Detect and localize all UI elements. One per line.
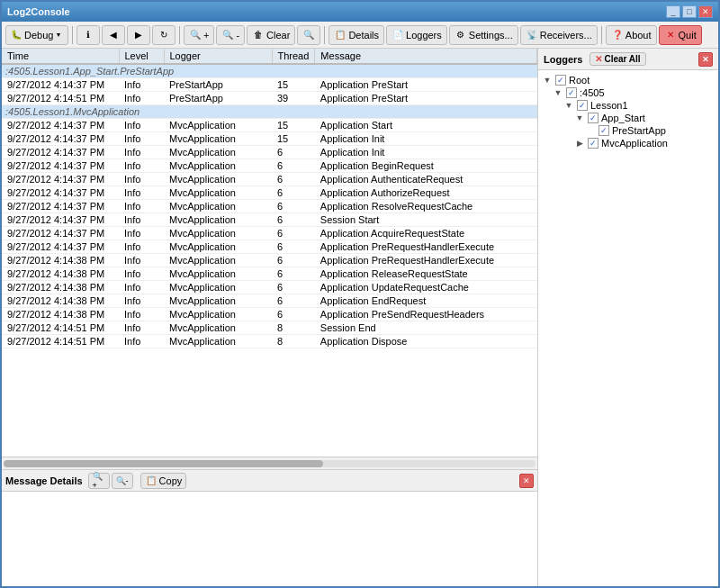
- log-level-dropdown[interactable]: 🐛 Debug ▼: [5, 25, 68, 45]
- tree-label: App_Start: [601, 113, 645, 123]
- table-row[interactable]: 9/27/2012 4:14:38 PMInfoMvcApplication6A…: [2, 281, 537, 294]
- minimize-button[interactable]: _: [666, 5, 680, 18]
- table-row[interactable]: 9/27/2012 4:14:37 PMInfoMvcApplication6A…: [2, 227, 537, 240]
- copy-icon: 📋: [145, 475, 158, 487]
- about-button[interactable]: ❓ About: [606, 25, 657, 45]
- table-row[interactable]: 9/27/2012 4:14:37 PMInfoMvcApplication6A…: [2, 200, 537, 213]
- details-zoom-in-icon: 🔍+: [93, 475, 105, 487]
- tree-expand-icon: [585, 125, 596, 136]
- tree-checkbox[interactable]: ✓: [598, 125, 609, 136]
- table-row[interactable]: 9/27/2012 4:14:37 PMInfoMvcApplication15…: [2, 132, 537, 146]
- table-row[interactable]: 9/27/2012 4:14:37 PMInfoMvcApplication6A…: [2, 173, 537, 186]
- details-button[interactable]: 📋 Details: [328, 25, 384, 45]
- clear-icon: 🗑: [252, 29, 265, 41]
- h-scroll-thumb[interactable]: [4, 460, 323, 467]
- table-row[interactable]: 9/27/2012 4:14:38 PMInfoMvcApplication6A…: [2, 254, 537, 267]
- tree-expand-icon: ▶: [574, 138, 585, 149]
- tree-label: Root: [569, 75, 590, 86]
- tree-checkbox[interactable]: ✓: [577, 100, 588, 111]
- h-scroll-track: [4, 460, 536, 467]
- search-button[interactable]: 🔍: [297, 25, 320, 45]
- nav-forward-button[interactable]: ▶: [127, 25, 150, 45]
- message-details-content: [2, 492, 537, 586]
- tree-checkbox[interactable]: ✓: [588, 113, 598, 123]
- message-details-panel: Message Details 🔍+ 🔍- 📋 Copy ✕: [2, 469, 537, 586]
- tree-label: :4505: [580, 87, 605, 98]
- close-details-button[interactable]: ✕: [519, 474, 534, 488]
- clear-button[interactable]: 🗑 Clear: [247, 25, 295, 45]
- col-header-time[interactable]: Time: [2, 49, 119, 64]
- details-zoom-out-button[interactable]: 🔍-: [112, 473, 133, 489]
- tree-expand-icon: ▼: [574, 113, 585, 123]
- table-row[interactable]: 9/27/2012 4:14:51 PMInfoMvcApplication8A…: [2, 335, 537, 348]
- clear-all-icon: ✕: [595, 54, 602, 64]
- loggers-button[interactable]: 📄 Loggers: [386, 25, 447, 45]
- details-zoom-in-button[interactable]: 🔍+: [88, 473, 110, 489]
- window-controls: _ □ ✕: [666, 5, 713, 18]
- table-row[interactable]: 9/27/2012 4:14:37 PMInfoPreStartApp15App…: [2, 78, 537, 92]
- col-header-thread[interactable]: Thread: [272, 49, 315, 64]
- close-button[interactable]: ✕: [698, 5, 713, 18]
- refresh-button[interactable]: ↻: [152, 25, 176, 45]
- zoom-in-label: +: [203, 30, 209, 41]
- about-icon: ❓: [611, 29, 624, 41]
- table-row[interactable]: 9/27/2012 4:14:51 PMInfoPreStartApp39App…: [2, 92, 537, 105]
- sep-1: [72, 26, 73, 44]
- tree-item-app-start[interactable]: ▼✓App_Start: [542, 112, 715, 124]
- main-toolbar: 🐛 Debug ▼ ℹ ◀ ▶ ↻ 🔍 + 🔍 - 🗑 Clear: [2, 22, 718, 49]
- nav-back-button[interactable]: ◀: [102, 25, 125, 45]
- table-row[interactable]: 9/27/2012 4:14:37 PMInfoMvcApplication6A…: [2, 240, 537, 254]
- zoom-out-icon: 🔍: [221, 29, 234, 41]
- tree-checkbox[interactable]: ✓: [588, 138, 598, 149]
- quit-button[interactable]: ✕ Quit: [659, 25, 702, 45]
- settings-button[interactable]: ⚙ Settings...: [449, 25, 518, 45]
- sep-4: [601, 26, 602, 44]
- table-row[interactable]: 9/27/2012 4:14:37 PMInfoMvcApplication6S…: [2, 213, 537, 227]
- tree-item--4505[interactable]: ▼✓:4505: [542, 86, 715, 99]
- maximize-button[interactable]: □: [682, 5, 697, 18]
- table-row[interactable]: 9/27/2012 4:14:38 PMInfoMvcApplication6A…: [2, 294, 537, 308]
- tree-item-root[interactable]: ▼✓Root: [542, 74, 715, 86]
- search-icon: 🔍: [302, 29, 315, 41]
- table-row[interactable]: 9/27/2012 4:14:38 PMInfoMvcApplication6A…: [2, 267, 537, 281]
- info-button[interactable]: ℹ: [76, 25, 100, 45]
- log-table: Time Level Logger Thread Message :4505.L…: [2, 49, 537, 348]
- tree-checkbox[interactable]: ✓: [555, 75, 566, 86]
- details-icon: 📋: [334, 29, 346, 41]
- zoom-in-icon: 🔍: [189, 29, 202, 41]
- log-table-wrapper[interactable]: Time Level Logger Thread Message :4505.L…: [2, 49, 537, 457]
- col-header-message[interactable]: Message: [315, 49, 537, 64]
- main-content: Time Level Logger Thread Message :4505.L…: [2, 49, 718, 586]
- tree-label: PreStartApp: [612, 125, 666, 136]
- horizontal-scrollbar[interactable]: [2, 457, 537, 469]
- table-row[interactable]: 9/27/2012 4:14:37 PMInfoMvcApplication15…: [2, 119, 537, 132]
- sidebar-header: Loggers ✕ Clear All ✕: [538, 49, 718, 70]
- tree-item-mvcapplication[interactable]: ▶✓MvcApplication: [542, 137, 715, 149]
- receivers-label: Receivers...: [540, 30, 592, 41]
- table-row[interactable]: 9/27/2012 4:14:51 PMInfoMvcApplication8S…: [2, 321, 537, 335]
- tree-label: MvcApplication: [601, 138, 668, 149]
- table-row[interactable]: 9/27/2012 4:14:38 PMInfoMvcApplication6A…: [2, 308, 537, 321]
- title-bar: Log2Console _ □ ✕: [2, 2, 718, 22]
- back-icon: ◀: [107, 29, 120, 41]
- tree-item-prestartapp[interactable]: ✓PreStartApp: [542, 124, 715, 137]
- tree-item-lesson1[interactable]: ▼✓Lesson1: [542, 99, 715, 112]
- clear-all-button[interactable]: ✕ Clear All: [590, 52, 645, 66]
- col-header-logger[interactable]: Logger: [164, 49, 272, 64]
- sep-2: [179, 26, 180, 44]
- sidebar-tree[interactable]: ▼✓Root▼✓:4505▼✓Lesson1▼✓App_Start✓PreSta…: [538, 70, 718, 586]
- table-row[interactable]: 9/27/2012 4:14:37 PMInfoMvcApplication6A…: [2, 146, 537, 159]
- zoom-out-button[interactable]: 🔍 -: [216, 25, 245, 45]
- tree-checkbox[interactable]: ✓: [566, 87, 577, 98]
- table-row[interactable]: 9/27/2012 4:14:37 PMInfoMvcApplication6A…: [2, 186, 537, 200]
- copy-button[interactable]: 📋 Copy: [140, 473, 187, 489]
- table-row[interactable]: 9/27/2012 4:14:37 PMInfoMvcApplication6A…: [2, 159, 537, 173]
- forward-icon: ▶: [132, 29, 145, 41]
- zoom-in-button[interactable]: 🔍 +: [184, 25, 214, 45]
- window-title: Log2Console: [7, 6, 70, 17]
- log-area: Time Level Logger Thread Message :4505.L…: [2, 49, 538, 586]
- col-header-level[interactable]: Level: [119, 49, 164, 64]
- close-sidebar-button[interactable]: ✕: [698, 52, 713, 67]
- receivers-button[interactable]: 📡 Receivers...: [520, 25, 598, 45]
- tree-expand-icon: ▼: [563, 100, 574, 111]
